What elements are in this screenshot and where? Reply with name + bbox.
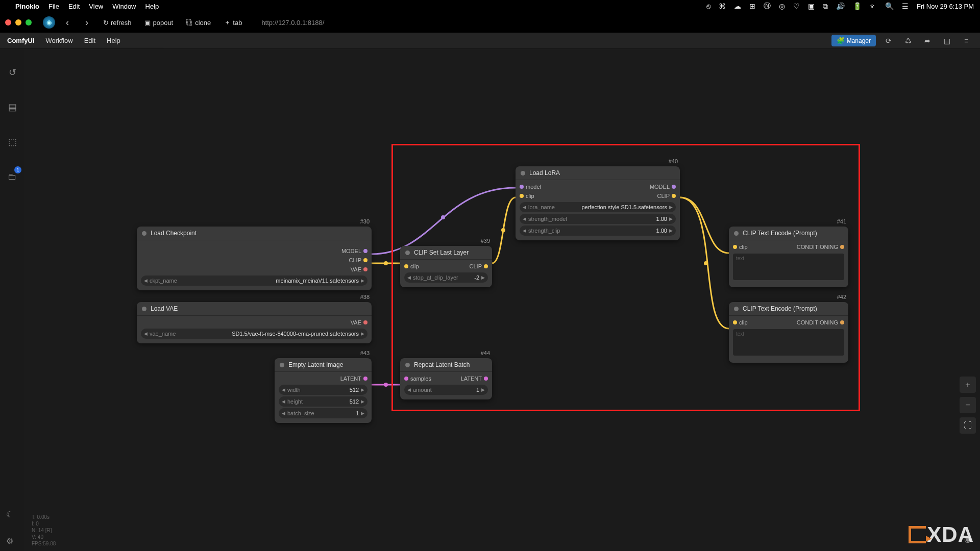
zoom-out-button[interactable]: − — [960, 397, 976, 413]
menu-edit[interactable]: Edit — [84, 37, 95, 44]
search-icon[interactable]: 🔍 — [885, 2, 894, 10]
widget-stop-at-clip-layer[interactable]: ◀stop_at_clip_layer-2▶ — [404, 272, 488, 283]
wifi-icon[interactable]: ᯤ — [870, 2, 877, 10]
widget-batch-size[interactable]: ◀batch_size1▶ — [279, 408, 368, 418]
puzzle-icon: 🧩 — [837, 37, 845, 44]
app-name[interactable]: Pinokio — [15, 3, 39, 10]
clone-button[interactable]: ⿻clone — [182, 17, 215, 29]
models-icon[interactable]: ⬚ — [4, 134, 20, 150]
tray-icon[interactable]: ⎋ — [706, 2, 710, 10]
node-clip-set-last-layer[interactable]: #39 CLIP Set Last Layer clip CLIP ◀stop_… — [400, 246, 492, 287]
node-clip-text-encode-2[interactable]: #42 CLIP Text Encode (Prompt) clip CONDI… — [729, 302, 848, 363]
folder-icon[interactable]: 🗀1 — [4, 168, 20, 185]
widget-lora-name[interactable]: ◀lora_nameperfection style SD1.5.safeten… — [520, 202, 676, 212]
svg-point-2 — [501, 228, 505, 232]
plus-icon: ＋ — [224, 18, 231, 27]
menu-workflow[interactable]: Workflow — [45, 37, 72, 44]
widget-strength-clip[interactable]: ◀strength_clip1.00▶ — [520, 226, 676, 236]
node-id: #41 — [837, 218, 846, 224]
refresh-nodes-button[interactable]: ⟳ — [882, 34, 895, 47]
panel-toggle-button[interactable]: ▤ — [940, 34, 953, 47]
url-display[interactable]: http://127.0.0.1:8188/ — [261, 19, 324, 27]
pinokio-logo-icon[interactable]: ◉ — [43, 16, 55, 29]
tray-icon[interactable]: ◎ — [779, 2, 785, 10]
theme-toggle-icon[interactable]: ☾ — [6, 510, 13, 519]
output-conditioning[interactable]: CONDITIONING — [797, 244, 838, 250]
widget-height[interactable]: ◀height512▶ — [279, 396, 368, 407]
node-load-vae[interactable]: #38 Load VAE VAE ◀vae_nameSD1.5/vae-ft-m… — [137, 302, 372, 343]
node-empty-latent-image[interactable]: #43 Empty Latent Image LATENT ◀width512▶… — [275, 358, 372, 423]
output-clip[interactable]: CLIP — [470, 263, 482, 269]
output-vae[interactable]: VAE — [351, 266, 361, 272]
tray-icon[interactable]: Ⓝ — [764, 2, 771, 11]
output-vae[interactable]: VAE — [351, 319, 361, 325]
widget-width[interactable]: ◀width512▶ — [279, 385, 368, 395]
input-clip[interactable]: clip — [410, 263, 419, 269]
zoom-controls: ＋ − ⛶ — [960, 377, 976, 434]
input-clip[interactable]: clip — [739, 244, 748, 250]
output-latent[interactable]: LATENT — [340, 375, 361, 382]
menu-edit[interactable]: Edit — [68, 3, 80, 10]
output-model[interactable]: MODEL — [650, 184, 670, 190]
popout-button[interactable]: ▣popout — [140, 17, 177, 29]
hamburger-menu-button[interactable]: ≡ — [960, 34, 973, 47]
node-repeat-latent-batch[interactable]: #44 Repeat Latent Batch samples LATENT ◀… — [400, 358, 492, 399]
prompt-textarea[interactable]: text — [733, 329, 844, 356]
output-clip[interactable]: CLIP — [657, 193, 670, 199]
menu-file[interactable]: File — [48, 3, 59, 10]
widget-strength-model[interactable]: ◀strength_model1.00▶ — [520, 214, 676, 224]
graph-canvas[interactable]: #30 Load Checkpoint MODEL CLIP VAE ◀ckpt… — [24, 49, 980, 551]
input-samples[interactable]: samples — [410, 375, 431, 382]
battery-icon[interactable]: 🔋 — [853, 2, 862, 10]
new-tab-button[interactable]: ＋tab — [220, 16, 246, 29]
tray-icon[interactable]: ⌘ — [719, 2, 726, 10]
node-load-checkpoint[interactable]: #30 Load Checkpoint MODEL CLIP VAE ◀ckpt… — [137, 227, 372, 290]
output-model[interactable]: MODEL — [341, 248, 361, 254]
input-clip[interactable]: clip — [739, 319, 748, 325]
svg-point-3 — [704, 261, 708, 265]
tray-icon[interactable]: ⧉ — [823, 2, 828, 11]
input-clip[interactable]: clip — [526, 193, 534, 199]
input-model[interactable]: model — [526, 184, 541, 190]
node-load-lora[interactable]: #40 Load LoRA model MODEL clip CLIP ◀lor… — [516, 166, 680, 240]
output-latent[interactable]: LATENT — [461, 375, 482, 382]
tray-icon[interactable]: ♡ — [793, 2, 800, 10]
tray-icon[interactable]: ☁︎ — [734, 2, 741, 10]
settings-icon[interactable]: ⚙ — [6, 536, 13, 546]
nodes-library-icon[interactable]: ▤ — [4, 99, 20, 115]
manager-button[interactable]: 🧩Manager — [831, 35, 876, 46]
output-clip[interactable]: CLIP — [349, 257, 361, 263]
nav-forward-button[interactable]: › — [80, 15, 94, 30]
history-icon[interactable]: ↺ — [4, 64, 20, 81]
tray-icon[interactable]: ▣ — [808, 2, 815, 10]
clear-button[interactable]: ♺ — [901, 34, 915, 47]
volume-icon[interactable]: 🔊 — [836, 2, 845, 10]
popout-icon: ▣ — [144, 19, 151, 27]
node-id: #40 — [669, 158, 678, 164]
xda-watermark: XDA — [909, 522, 974, 547]
fit-view-button[interactable]: ⛶ — [960, 417, 976, 434]
svg-point-1 — [384, 261, 388, 265]
share-button[interactable]: ➦ — [921, 34, 934, 47]
menu-help[interactable]: Help — [145, 3, 159, 10]
fullscreen-window-button[interactable] — [26, 19, 32, 26]
menu-help[interactable]: Help — [107, 37, 120, 44]
left-sidebar-rail: ↺ ▤ ⬚ 🗀1 — [0, 49, 24, 551]
close-window-button[interactable] — [5, 19, 11, 26]
zoom-in-button[interactable]: ＋ — [960, 377, 976, 393]
tray-icon[interactable]: ⊞ — [749, 2, 755, 10]
widget-ckpt-name[interactable]: ◀ckpt_namemeinamix_meinaV11.safetensors▶ — [141, 276, 368, 286]
refresh-button[interactable]: ↻refresh — [99, 17, 135, 29]
node-clip-text-encode-1[interactable]: #41 CLIP Text Encode (Prompt) clip CONDI… — [729, 227, 848, 287]
menubar-clock[interactable]: Fri Nov 29 6:13 PM — [917, 3, 974, 10]
menu-view[interactable]: View — [89, 3, 103, 10]
node-title: Load VAE — [151, 305, 178, 312]
prompt-textarea[interactable]: text — [733, 254, 844, 280]
minimize-window-button[interactable] — [15, 19, 21, 26]
widget-amount[interactable]: ◀amount1▶ — [404, 385, 488, 395]
nav-back-button[interactable]: ‹ — [60, 15, 75, 30]
menu-window[interactable]: Window — [112, 3, 136, 10]
widget-vae-name[interactable]: ◀vae_nameSD1.5/vae-ft-mse-840000-ema-pru… — [141, 329, 368, 339]
control-center-icon[interactable]: ☰ — [902, 2, 909, 10]
output-conditioning[interactable]: CONDITIONING — [797, 319, 838, 325]
